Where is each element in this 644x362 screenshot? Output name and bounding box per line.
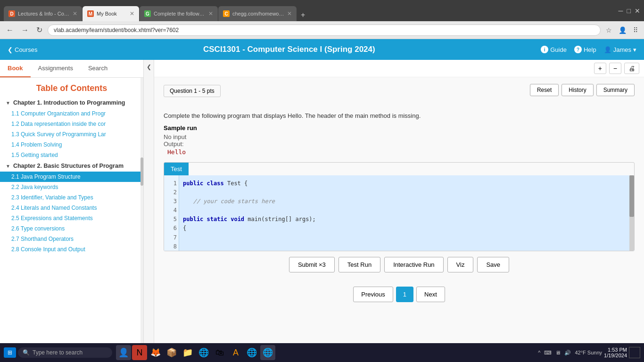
guide-button[interactable]: i Guide	[541, 46, 567, 53]
courses-label: Courses	[15, 46, 37, 53]
back-to-courses[interactable]: ❮ Courses	[8, 46, 37, 53]
section-2-5[interactable]: 2.5 Expressions and Statements	[0, 213, 143, 223]
section-2-3[interactable]: 2.3 Identifier, Variable and Types	[0, 192, 143, 203]
taskbar-chevron-icon[interactable]: ^	[538, 350, 540, 355]
summary-button[interactable]: Summary	[596, 84, 635, 96]
taskbar-app-store[interactable]: 🛍	[212, 345, 227, 360]
chapter-2-header[interactable]: ▼ Chapter 2. Basic Structures of Program	[0, 160, 143, 172]
taskbar-speaker-icon: 🔊	[564, 350, 571, 356]
taskbar-app-firefox[interactable]: 🦊	[148, 345, 163, 360]
taskbar-clock[interactable]: 1:53 PM 1/19/2024	[604, 347, 627, 358]
extensions-icon[interactable]: ⠿	[631, 25, 640, 35]
submit-button[interactable]: Submit ×3	[289, 257, 335, 272]
zoom-out-button[interactable]: −	[609, 63, 621, 74]
content-inner: Question 1 - 5 pts Reset History Summary…	[154, 77, 644, 319]
browser-tab-2[interactable]: M My Book ✕	[83, 6, 139, 21]
sample-run-label: Sample run	[164, 124, 197, 132]
tab-favicon-3: G	[144, 10, 151, 17]
taskbar-time: 1:53 PM	[604, 347, 627, 353]
close-button[interactable]: ✕	[635, 7, 640, 15]
zoom-in-button[interactable]: +	[594, 63, 606, 74]
user-button[interactable]: 👤 James ▾	[604, 46, 636, 53]
code-editor-container: Test 1 2 3 4 5 6 7 8 9	[164, 162, 635, 251]
taskbar-app-chrome2[interactable]: 🌐	[260, 345, 275, 360]
section-2-2[interactable]: 2.2 Java keywords	[0, 182, 143, 192]
taskbar-app-person[interactable]: 👤	[116, 345, 131, 360]
section-1-4[interactable]: 1.4 Problem Solving	[0, 140, 143, 150]
back-chevron-icon: ❮	[8, 46, 13, 53]
sidebar-scrollbar-track	[140, 78, 143, 343]
tab-close-2[interactable]: ✕	[130, 10, 134, 17]
address-bar: ← → ↻ ☆ 👤 ⠿	[0, 21, 644, 39]
code-area[interactable]: 1 2 3 4 5 6 7 8 9 10 11 public clas	[164, 175, 634, 251]
section-1-2[interactable]: 1.2 Data representation inside the cor	[0, 119, 143, 129]
next-button[interactable]: Next	[416, 287, 445, 302]
tab-close-3[interactable]: ✕	[208, 10, 213, 17]
tab-favicon-2: M	[87, 10, 94, 17]
section-1-5[interactable]: 1.5 Getting started	[0, 150, 143, 160]
sidebar: Book Assignments Search Table of Content…	[0, 60, 144, 343]
minimize-button[interactable]: ─	[619, 7, 623, 15]
tab-label-4: chegg.com/homework-help/qu...	[232, 11, 284, 16]
new-tab-button[interactable]: +	[297, 9, 309, 21]
section-2-8[interactable]: 2.8 Console Input and Output	[0, 244, 143, 255]
browser-tab-3[interactable]: G Complete the following progra... ✕	[140, 6, 218, 21]
code-scrollbar-thumb[interactable]	[629, 175, 634, 217]
tab-close-4[interactable]: ✕	[287, 10, 292, 17]
taskbar-app-files[interactable]: 📁	[180, 345, 195, 360]
save-button[interactable]: Save	[477, 257, 509, 272]
sidebar-toggle-button[interactable]: ❮	[144, 60, 154, 343]
bookmark-icon[interactable]: ☆	[603, 25, 614, 35]
sidebar-scroll[interactable]: Table of Contents ▼ Chapter 1. Introduct…	[0, 78, 143, 343]
history-button[interactable]: History	[561, 84, 593, 96]
start-button[interactable]: ⊞	[4, 347, 16, 358]
back-button[interactable]: ←	[4, 25, 16, 35]
section-2-1[interactable]: 2.1 Java Program Structure	[0, 172, 143, 182]
sample-run: Sample run	[164, 124, 635, 132]
viz-button[interactable]: Viz	[447, 257, 474, 272]
taskbar-app-red[interactable]: N	[132, 345, 147, 360]
help-button[interactable]: ? Help	[574, 46, 596, 53]
tab-close-1[interactable]: ✕	[73, 10, 77, 17]
taskbar-app-dropbox[interactable]: 📦	[164, 345, 179, 360]
section-2-7[interactable]: 2.7 Shorthand Operators	[0, 234, 143, 244]
maximize-button[interactable]: □	[627, 7, 631, 15]
section-2-6[interactable]: 2.6 Type conversions	[0, 223, 143, 234]
taskbar-monitor-icon: 🖥	[555, 350, 561, 355]
print-button[interactable]: 🖨	[624, 63, 639, 74]
address-input[interactable]	[48, 25, 601, 36]
taskbar-app-chrome[interactable]: 🌐	[244, 345, 259, 360]
code-content[interactable]: public class Test { // your code starts …	[179, 175, 634, 251]
editor-actions: Submit ×3 Test Run Interactive Run Viz S…	[164, 257, 635, 272]
chapter-1-header[interactable]: ▼ Chapter 1. Introduction to Programming	[0, 97, 143, 108]
tab-book[interactable]: Book	[0, 60, 31, 77]
taskbar-app-edge[interactable]: 🌐	[196, 345, 211, 360]
reload-button[interactable]: ↻	[34, 25, 45, 35]
taskbar-app-amazon[interactable]: A	[228, 345, 243, 360]
taskbar-apps: 👤 N 🦊 📦 📁 🌐 🛍 A 🌐 🌐	[116, 345, 275, 360]
sidebar-scrollbar-thumb[interactable]	[140, 157, 143, 186]
reset-button[interactable]: Reset	[530, 84, 559, 96]
forward-button[interactable]: →	[19, 25, 31, 35]
tab-search[interactable]: Search	[81, 60, 115, 77]
tab-assignments[interactable]: Assignments	[31, 60, 81, 77]
code-editor[interactable]: 1 2 3 4 5 6 7 8 9 10 11 public clas	[164, 175, 634, 251]
section-2-4[interactable]: 2.4 Literals and Named Constants	[0, 203, 143, 213]
taskbar-keyboard-icon: ⌨	[544, 350, 552, 356]
browser-tab-1[interactable]: D Lectures & Info - Computer Sci... ✕	[4, 6, 82, 21]
browser-tab-4[interactable]: C chegg.com/homework-help/qu... ✕	[218, 6, 297, 21]
search-placeholder: Type here to search	[33, 349, 83, 356]
interactive-run-button[interactable]: Interactive Run	[384, 257, 443, 272]
section-1-1[interactable]: 1.1 Computer Organization and Progr	[0, 108, 143, 119]
show-desktop-button[interactable]	[629, 347, 640, 358]
page-number-1[interactable]: 1	[396, 287, 413, 302]
content-toolbar: + − 🖨	[154, 60, 644, 77]
tab-label-3: Complete the following progra...	[154, 11, 206, 16]
section-1-3[interactable]: 1.3 Quick Survey of Programming Lar	[0, 129, 143, 140]
taskbar-system: ^ ⌨ 🖥 🔊 42°F Sunny	[538, 350, 602, 356]
taskbar-search[interactable]: 🔍 Type here to search	[18, 347, 112, 358]
test-run-button[interactable]: Test Run	[339, 257, 380, 272]
previous-button[interactable]: Previous	[353, 287, 393, 302]
chapter-1-text: Chapter 1. Introduction to Programming	[13, 99, 125, 106]
profile-icon[interactable]: 👤	[616, 25, 629, 35]
